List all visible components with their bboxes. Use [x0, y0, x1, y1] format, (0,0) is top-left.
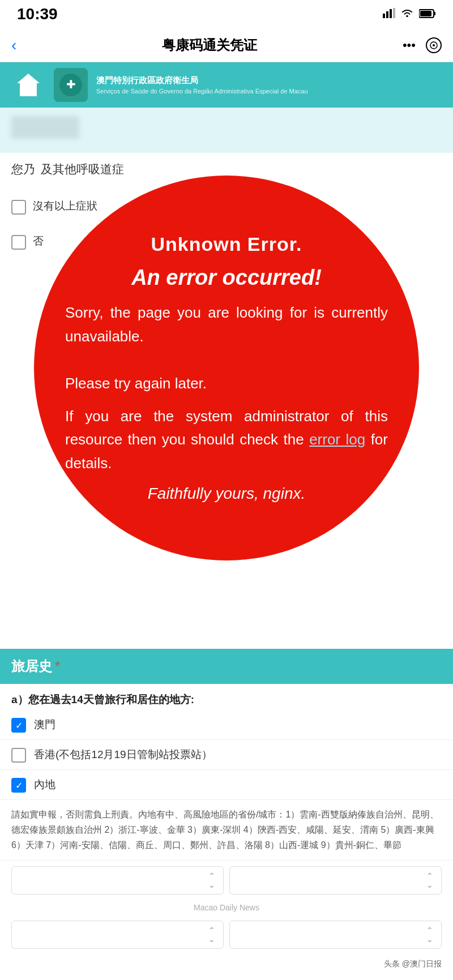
- mainland-checkbox[interactable]: ✓: [11, 778, 26, 793]
- error-log-link[interactable]: error log: [309, 431, 365, 448]
- dropdown-arrow-4: ⌃⌄: [426, 926, 433, 944]
- health-bureau-logo: ✚: [54, 68, 88, 102]
- header-banner: ✚ 澳門特別行政區政府衛生局 Serviços de Saúde do Gove…: [0, 62, 453, 108]
- no-symptoms-label: 沒有以上症狀: [33, 199, 97, 214]
- dropdown-row-1: ⌃⌄ ⌃⌄: [0, 861, 453, 900]
- travel-section-header: 旅居史 *: [0, 649, 453, 684]
- your-info-row: 您乃 及其他呼吸道症: [11, 161, 442, 177]
- personal-info-blurred: [0, 108, 453, 153]
- hk-label: 香港(不包括12月19日管制站投票站）: [34, 747, 212, 762]
- hk-checkbox[interactable]: [11, 748, 26, 763]
- no-checkbox[interactable]: [11, 235, 26, 250]
- watermark: Macao Daily News: [0, 900, 453, 915]
- status-time: 10:39: [17, 5, 58, 23]
- dropdown-province-2[interactable]: ⌃⌄: [11, 921, 224, 949]
- dropdown-city-1[interactable]: ⌃⌄: [229, 866, 442, 895]
- signal-icon: [383, 7, 395, 22]
- travel-sub-question: a）您在過去14天曾旅行和居住的地方:: [0, 684, 453, 710]
- error-subtitle: An error occurred!: [131, 266, 322, 290]
- required-star: *: [55, 658, 60, 674]
- no-symptoms-checkbox[interactable]: [11, 200, 26, 215]
- org-name-cn: 澳門特別行政區政府衛生局: [96, 74, 308, 87]
- svg-rect-0: [383, 14, 385, 18]
- svg-marker-10: [17, 74, 40, 96]
- svg-rect-1: [386, 11, 388, 18]
- travel-item-macau: ✓ 澳門: [0, 710, 453, 740]
- org-name-pt: Serviços de Saúde do Governo da Região A…: [96, 87, 308, 96]
- mainland-label: 內地: [34, 777, 55, 792]
- dropdown-row-2: ⌃⌄ ⌃⌄: [0, 915, 453, 955]
- battery-icon: [419, 7, 436, 22]
- nav-actions: •••: [403, 37, 442, 53]
- error-title: Unknown Error.: [151, 233, 302, 255]
- macau-checkbox[interactable]: ✓: [11, 718, 26, 733]
- travel-section-title: 旅居史: [11, 657, 52, 675]
- svg-rect-2: [390, 9, 392, 18]
- no-label: 否: [33, 234, 44, 249]
- macau-label: 澳門: [34, 717, 55, 732]
- svg-rect-3: [393, 8, 395, 18]
- nav-bar: ‹ 粤康码通关凭证 •••: [0, 28, 453, 62]
- dropdown-city-2[interactable]: ⌃⌄: [229, 921, 442, 949]
- travel-history-container: 旅居史 * a）您在過去14天曾旅行和居住的地方: ✓ 澳門 香港(不包括12月…: [0, 649, 453, 974]
- dropdown-arrow-3: ⌃⌄: [208, 926, 215, 944]
- travel-item-hk: 香港(不包括12月19日管制站投票站）: [0, 740, 453, 770]
- nav-title: 粤康码通关凭证: [162, 36, 257, 54]
- footer-source: 头条 @澳门日报: [0, 955, 453, 974]
- blurred-info-box: [11, 116, 79, 139]
- error-nginx-text: Faithfully yours, nginx.: [148, 485, 306, 503]
- nav-dots-button[interactable]: •••: [403, 38, 416, 53]
- error-admin-text: If you are the system administrator of t…: [65, 405, 388, 476]
- travel-items-list: ✓ 澳門 香港(不包括12月19日管制站投票站） ✓ 內地: [0, 710, 453, 800]
- status-bar: 10:39: [0, 0, 453, 28]
- dropdown-arrow-2: ⌃⌄: [426, 871, 433, 889]
- svg-rect-6: [434, 12, 435, 15]
- your-info-text: 您乃: [11, 161, 35, 177]
- nav-scan-button[interactable]: [426, 37, 442, 53]
- svg-rect-7: [420, 11, 431, 16]
- travel-item-mainland: ✓ 內地: [0, 770, 453, 800]
- main-content: 您乃 及其他呼吸道症 沒有以上症狀 否 Unknown Error. An er…: [0, 108, 453, 979]
- svg-point-4: [406, 15, 408, 18]
- error-body-text: Sorry, the page you are looking for is c…: [65, 301, 388, 395]
- svg-text:✚: ✚: [66, 78, 76, 91]
- nav-back-button[interactable]: ‹: [11, 36, 16, 54]
- dropdown-province-1[interactable]: ⌃⌄: [11, 866, 224, 895]
- error-overlay: Unknown Error. An error occurred! Sorry,…: [34, 176, 419, 560]
- header-org-text: 澳門特別行政區政府衛生局 Serviços de Saúde do Govern…: [96, 74, 308, 96]
- svg-point-9: [433, 44, 435, 46]
- mainland-notice-text: 請如實申報，否則需負上刑責。內地有中、高風險地區的省份/城市：1）雲南-西雙版納…: [0, 800, 453, 861]
- house-icon: [11, 68, 45, 102]
- wifi-icon: [401, 7, 413, 22]
- dropdown-arrow-1: ⌃⌄: [208, 871, 215, 889]
- status-icons: [383, 7, 436, 22]
- symptom-text: 及其他呼吸道症: [41, 161, 124, 177]
